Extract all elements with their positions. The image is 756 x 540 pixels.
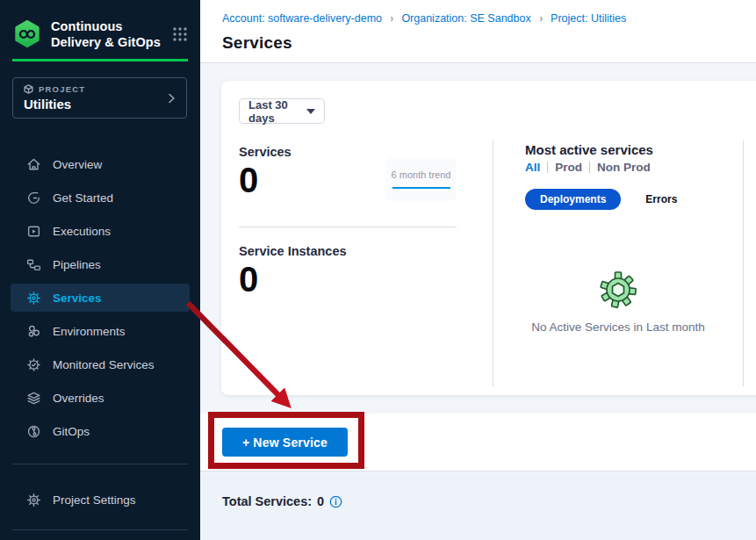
executions-icon: [26, 224, 41, 239]
get-started-icon: [26, 191, 41, 205]
filter-prod[interactable]: Prod: [555, 161, 582, 174]
sidebar-item-pipelines[interactable]: Pipelines: [11, 248, 190, 281]
sidebar-item-overrides[interactable]: Overrides: [11, 381, 190, 414]
project-name: Utilities: [24, 97, 176, 112]
card-vertical-divider: [743, 140, 744, 386]
gear-doodle-icon: [599, 270, 637, 309]
settings-gear-icon: [26, 493, 41, 508]
sidebar-item-project-settings[interactable]: Project Settings: [11, 483, 190, 516]
sidebar-item-environments[interactable]: Environments: [11, 314, 190, 348]
harness-logo-icon: [12, 19, 42, 49]
sidebar-item-services[interactable]: Services: [11, 284, 190, 312]
sidebar-nav: Overview Get Started Executions Pipeline…: [11, 148, 190, 448]
sidebar-item-monitored-services[interactable]: Monitored Services: [11, 348, 190, 381]
sidebar: Continuous Delivery & GitOps PROJECT Uti…: [0, 0, 200, 540]
empty-state-message: No Active Services in Last month: [493, 320, 743, 334]
deployments-toggle[interactable]: Deployments: [525, 189, 621, 210]
filter-separator: [589, 162, 590, 173]
time-range-dropdown[interactable]: Last 30 days: [239, 98, 325, 124]
time-range-value: Last 30 days: [248, 98, 306, 125]
metric-divider: [239, 227, 457, 227]
empty-state: No Active Services in Last month: [493, 270, 743, 334]
module-title: Continuous Delivery & GitOps: [51, 18, 161, 50]
sidebar-item-label: Overrides: [53, 392, 104, 405]
total-services-value: 0: [317, 494, 324, 508]
page-title: Services: [222, 33, 292, 53]
total-services-row: Total Services: 0: [222, 494, 342, 508]
sidebar-item-executions[interactable]: Executions: [11, 214, 190, 248]
env-filter-group: All Prod Non Prod: [493, 161, 743, 174]
trend-sparkline: [392, 187, 450, 189]
most-active-services-panel: Most active services All Prod Non Prod D…: [493, 142, 743, 386]
most-active-title: Most active services: [493, 142, 743, 157]
sidebar-item-label: Overview: [53, 158, 102, 171]
metric-value: 0: [239, 162, 292, 198]
new-service-button[interactable]: + New Service: [222, 428, 348, 457]
sidebar-item-label: Executions: [53, 225, 111, 238]
overrides-layers-icon: [26, 391, 41, 406]
sidebar-item-overview[interactable]: Overview: [11, 148, 190, 181]
gitops-icon: [26, 424, 41, 439]
home-icon: [26, 157, 41, 172]
brand-header: Continuous Delivery & GitOps: [12, 18, 188, 50]
sidebar-item-label: Services: [53, 292, 102, 305]
environments-icon: [26, 324, 41, 339]
metric-label: Services: [239, 145, 292, 159]
project-label: PROJECT: [39, 84, 85, 94]
page-header: Account: software-delivery-demo › Organi…: [200, 0, 756, 63]
services-metric: Services 0: [239, 145, 292, 198]
breadcrumb-organization[interactable]: Organization: SE Sandbox: [401, 12, 530, 25]
metric-toggle-group: Deployments Errors: [493, 189, 743, 210]
services-summary-section: Total Services: 0: [200, 472, 756, 540]
breadcrumb: Account: software-delivery-demo › Organi…: [222, 11, 626, 25]
errors-toggle[interactable]: Errors: [645, 193, 677, 205]
breadcrumb-chevron-icon: ›: [390, 11, 392, 25]
breadcrumb-project[interactable]: Project: Utilities: [551, 12, 626, 25]
cube-icon: [24, 84, 33, 94]
monitored-services-icon: [26, 357, 41, 372]
sidebar-item-label: Environments: [53, 325, 126, 338]
module-accent-bar: [12, 59, 188, 61]
caret-down-icon: [306, 109, 315, 114]
sidebar-divider: [12, 464, 188, 464]
sidebar-divider: [12, 529, 188, 530]
metric-label: Service Instances: [239, 244, 347, 258]
sidebar-item-label: GitOps: [53, 425, 90, 438]
sidebar-item-label: Get Started: [53, 191, 113, 205]
sidebar-item-get-started[interactable]: Get Started: [11, 181, 190, 214]
service-instances-metric: Service Instances 0: [239, 244, 347, 297]
sidebar-item-gitops[interactable]: GitOps: [11, 414, 190, 448]
services-gear-icon: [26, 291, 41, 306]
module-switcher-icon[interactable]: [172, 26, 188, 42]
info-icon[interactable]: [329, 495, 342, 508]
sidebar-item-label: Pipelines: [53, 258, 101, 271]
project-selector[interactable]: PROJECT Utilities: [12, 77, 187, 119]
pipelines-icon: [26, 257, 41, 272]
total-services-label: Total Services:: [222, 494, 312, 508]
breadcrumb-account[interactable]: Account: software-delivery-demo: [222, 12, 382, 25]
sidebar-item-label: Project Settings: [53, 493, 136, 507]
six-month-trend: 6 month trend: [385, 158, 457, 201]
services-dashboard-card: Last 30 days Services 0 6 month trend Se…: [221, 81, 756, 395]
chevron-right-icon: [166, 92, 176, 104]
sidebar-nav-footer: Project Settings: [11, 483, 190, 516]
services-toolbar: + New Service: [200, 414, 756, 472]
filter-separator: [547, 162, 548, 173]
filter-non-prod[interactable]: Non Prod: [597, 161, 651, 174]
breadcrumb-chevron-icon: ›: [539, 11, 542, 25]
trend-label: 6 month trend: [392, 169, 451, 180]
metric-value: 0: [239, 262, 347, 297]
sidebar-item-label: Monitored Services: [53, 358, 155, 371]
filter-all[interactable]: All: [525, 161, 540, 174]
